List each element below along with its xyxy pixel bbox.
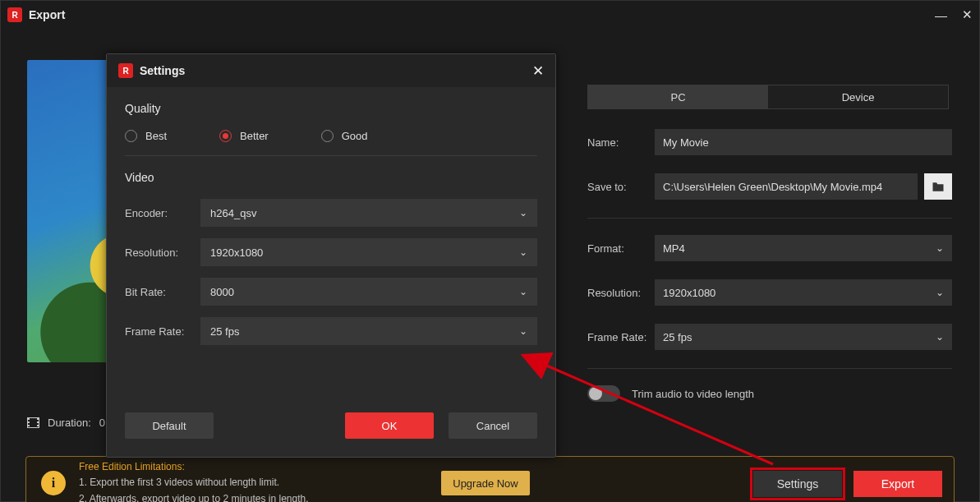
framerate-select[interactable]: 25 fps ⌄ — [655, 324, 952, 350]
dialog-footer: Default OK Cancel — [125, 412, 537, 439]
cancel-button[interactable]: Cancel — [449, 412, 537, 439]
dialog-title: Settings — [140, 64, 185, 77]
format-row: Format: MP4 ⌄ — [587, 235, 952, 261]
format-value: MP4 — [663, 242, 685, 255]
separator — [587, 218, 952, 219]
trim-row: Trim audio to video length — [587, 385, 952, 402]
name-input[interactable] — [655, 129, 952, 155]
resolution-label: Resolution: — [587, 287, 655, 299]
right-panel: PC Device Name: Save to: Format: MP4 ⌄ — [587, 85, 952, 402]
minimize-icon[interactable]: — — [935, 8, 947, 22]
encoder-value: h264_qsv — [210, 207, 256, 219]
settings-button[interactable]: Settings — [753, 471, 842, 497]
dialog-separator — [125, 155, 537, 156]
radio-best[interactable]: Best — [125, 130, 167, 142]
bitrate-value: 8000 — [210, 286, 234, 298]
tab-device[interactable]: Device — [768, 85, 948, 108]
dialog-title-wrap: R Settings — [118, 63, 185, 78]
app-icon: R — [118, 63, 133, 78]
dialog-header: R Settings ✕ — [107, 54, 555, 87]
framerate-row: Frame Rate: 25 fps ⌄ — [587, 324, 952, 350]
titlebar-left: R Export — [7, 7, 65, 22]
trim-label: Trim audio to video length — [632, 388, 754, 400]
saveto-row: Save to: — [587, 173, 952, 200]
titlebar: R Export — ✕ — [1, 1, 979, 29]
quality-radio-row: Best Better Good — [125, 130, 537, 142]
limitations-banner: i Free Edition Limitations: 1. Export th… — [25, 456, 955, 502]
video-section-title: Video — [125, 171, 537, 184]
dialog-resolution-label: Resolution: — [125, 246, 200, 259]
quality-section-title: Quality — [125, 102, 537, 115]
encoder-select[interactable]: h264_qsv ⌄ — [200, 199, 537, 227]
chevron-down-icon: ⌄ — [519, 207, 527, 219]
device-tab-bar: PC Device — [587, 85, 949, 109]
ok-button[interactable]: OK — [345, 412, 434, 439]
bitrate-label: Bit Rate: — [125, 286, 200, 298]
dialog-resolution-select[interactable]: 1920x1080 ⌄ — [200, 238, 537, 266]
export-window: R Export — ✕ Duration: 0 PC Device Name: — [0, 0, 980, 502]
settings-dialog: R Settings ✕ Quality Best Better — [106, 53, 556, 458]
dialog-framerate-select[interactable]: 25 fps ⌄ — [200, 317, 537, 345]
radio-better-label: Better — [240, 130, 269, 142]
radio-best-label: Best — [145, 130, 167, 142]
duration-row: Duration: 0 — [27, 417, 105, 429]
chevron-down-icon: ⌄ — [936, 287, 944, 298]
chevron-down-icon: ⌄ — [936, 331, 944, 343]
radio-good[interactable]: Good — [321, 130, 368, 142]
window-controls: — ✕ — [935, 7, 973, 22]
folder-icon — [932, 182, 945, 192]
dialog-resolution-row: Resolution: 1920x1080 ⌄ — [125, 238, 537, 266]
chevron-down-icon: ⌄ — [519, 286, 527, 297]
close-icon[interactable]: ✕ — [532, 62, 544, 80]
saveto-label: Save to: — [587, 181, 655, 193]
upgrade-button[interactable]: Upgrade Now — [441, 471, 530, 495]
body-area: Duration: 0 PC Device Name: Save to: — [1, 29, 979, 501]
resolution-row: Resolution: 1920x1080 ⌄ — [587, 279, 952, 306]
bitrate-select[interactable]: 8000 ⌄ — [200, 278, 537, 306]
app-icon: R — [7, 7, 22, 22]
resolution-value: 1920x1080 — [663, 287, 715, 299]
dialog-framerate-row: Frame Rate: 25 fps ⌄ — [125, 317, 537, 345]
bitrate-row: Bit Rate: 8000 ⌄ — [125, 278, 537, 306]
chevron-down-icon: ⌄ — [936, 242, 944, 254]
resolution-select[interactable]: 1920x1080 ⌄ — [655, 279, 952, 306]
window-title: Export — [29, 8, 65, 21]
close-window-icon[interactable]: ✕ — [962, 7, 973, 22]
format-select[interactable]: MP4 ⌄ — [655, 235, 952, 261]
encoder-label: Encoder: — [125, 207, 200, 219]
format-label: Format: — [587, 242, 655, 255]
tab-pc[interactable]: PC — [588, 85, 768, 108]
duration-label: Duration: — [48, 417, 91, 429]
chevron-down-icon: ⌄ — [519, 325, 527, 337]
default-button[interactable]: Default — [125, 412, 214, 439]
duration-value: 0 — [99, 417, 105, 429]
separator — [587, 368, 952, 369]
dialog-framerate-label: Frame Rate: — [125, 325, 200, 338]
name-row: Name: — [587, 129, 952, 155]
export-button[interactable]: Export — [853, 471, 942, 497]
dialog-resolution-value: 1920x1080 — [210, 246, 263, 259]
radio-good-label: Good — [342, 130, 368, 142]
trim-toggle[interactable] — [587, 385, 620, 402]
encoder-row: Encoder: h264_qsv ⌄ — [125, 199, 537, 227]
framerate-label: Frame Rate: — [587, 331, 655, 343]
saveto-input[interactable] — [655, 173, 918, 200]
framerate-value: 25 fps — [663, 331, 692, 343]
dialog-framerate-value: 25 fps — [210, 325, 239, 338]
chevron-down-icon: ⌄ — [519, 246, 527, 258]
radio-better[interactable]: Better — [219, 130, 269, 142]
browse-button[interactable] — [924, 173, 952, 200]
film-icon — [27, 417, 39, 428]
info-icon: i — [41, 471, 66, 495]
name-label: Name: — [587, 136, 655, 149]
dialog-body: Quality Best Better Good — [107, 87, 555, 345]
